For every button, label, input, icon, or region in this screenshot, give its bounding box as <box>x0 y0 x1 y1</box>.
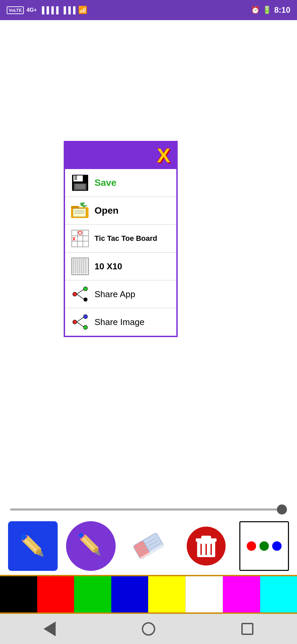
svg-rect-4 <box>75 184 85 189</box>
home-icon <box>142 622 155 636</box>
network-badge: 4G+ <box>26 7 37 13</box>
save-icon <box>70 173 90 193</box>
recents-button[interactable] <box>237 619 257 639</box>
pen-purple-button[interactable] <box>66 521 116 571</box>
status-bar-right: ⏰ 🔋 8:10 <box>251 5 290 15</box>
green-dot <box>259 541 269 551</box>
svg-line-37 <box>77 289 83 294</box>
share-image-label: Share Image <box>95 317 144 327</box>
color-red[interactable] <box>37 576 74 612</box>
bottom-section <box>0 502 297 644</box>
tools-row <box>0 517 297 575</box>
svg-point-39 <box>83 315 87 319</box>
close-button[interactable]: X <box>157 146 170 166</box>
svg-point-34 <box>83 287 87 291</box>
back-button[interactable] <box>40 619 60 639</box>
ttt-menu-item[interactable]: X Tic Tac Toe Board <box>65 225 176 253</box>
svg-point-40 <box>73 320 77 324</box>
share-image-menu-item[interactable]: Share Image <box>65 308 176 336</box>
color-green[interactable] <box>74 576 111 612</box>
save-label: Save <box>95 177 116 188</box>
svg-rect-65 <box>201 536 211 539</box>
status-bar: VoLTE 4G+ ▐▐▐▐ ▐▐▐ 📶 ⏰ 🔋 8:10 <box>0 0 297 20</box>
color-white[interactable] <box>185 576 223 612</box>
battery-icon: 🔋 <box>262 6 272 14</box>
color-palette <box>0 575 297 614</box>
grid10-menu-item[interactable]: 10 X10 <box>65 253 176 280</box>
svg-point-36 <box>83 298 87 302</box>
eraser-button[interactable] <box>124 521 173 571</box>
grid10-label: 10 X10 <box>95 261 122 272</box>
slider-thumb[interactable] <box>277 504 287 515</box>
blue-dot <box>272 541 282 551</box>
popup-header: X <box>65 142 176 169</box>
pen-blue-button[interactable] <box>8 521 58 571</box>
color-black[interactable] <box>0 576 37 612</box>
back-icon <box>44 622 56 636</box>
svg-point-35 <box>73 292 77 296</box>
svg-rect-2 <box>74 175 77 180</box>
color-blue[interactable] <box>111 576 148 612</box>
share-app-menu-item[interactable]: Share App <box>65 280 176 308</box>
share-app-label: Share App <box>95 289 135 300</box>
ttt-icon: X <box>70 229 90 248</box>
status-bar-left: VoLTE 4G+ ▐▐▐▐ ▐▐▐ 📶 <box>7 6 87 14</box>
share-app-icon <box>70 284 90 304</box>
alarm-icon: ⏰ <box>251 6 260 14</box>
open-label: Open <box>95 205 119 216</box>
volte-badge: VoLTE <box>7 6 24 14</box>
svg-line-42 <box>77 317 83 322</box>
svg-rect-7 <box>71 206 79 209</box>
open-menu-item[interactable]: Open <box>65 197 176 225</box>
svg-point-41 <box>83 325 87 329</box>
save-menu-item[interactable]: Save <box>65 169 176 197</box>
svg-text:X: X <box>72 236 76 241</box>
svg-line-43 <box>77 322 83 327</box>
color-cyan[interactable] <box>260 576 297 612</box>
trash-button[interactable] <box>181 521 231 571</box>
share-image-icon <box>70 312 90 332</box>
signal-bars2-icon: ▐▐▐ <box>61 6 76 14</box>
time-display: 8:10 <box>274 5 290 15</box>
ttt-label: Tic Tac Toe Board <box>95 234 157 243</box>
color-yellow[interactable] <box>148 576 185 612</box>
slider-track[interactable] <box>10 508 287 511</box>
signal-bars-icon: ▐▐▐▐ <box>40 6 59 14</box>
red-dot <box>247 541 256 551</box>
folder-open-icon <box>70 201 90 220</box>
main-canvas: X Save <box>0 20 297 358</box>
slider-container <box>0 502 297 517</box>
wifi-icon: 📶 <box>78 6 87 14</box>
color-dots-display <box>247 541 282 551</box>
grid10-icon <box>70 257 90 276</box>
home-button[interactable] <box>138 619 159 639</box>
color-picker-button[interactable] <box>239 521 289 571</box>
svg-rect-8 <box>73 209 86 217</box>
svg-marker-5 <box>80 203 88 208</box>
popup-menu: X Save <box>64 141 178 337</box>
svg-rect-19 <box>72 258 88 275</box>
nav-bar <box>0 614 297 644</box>
color-magenta[interactable] <box>223 576 260 612</box>
svg-line-38 <box>77 294 83 299</box>
recents-icon <box>241 623 253 635</box>
